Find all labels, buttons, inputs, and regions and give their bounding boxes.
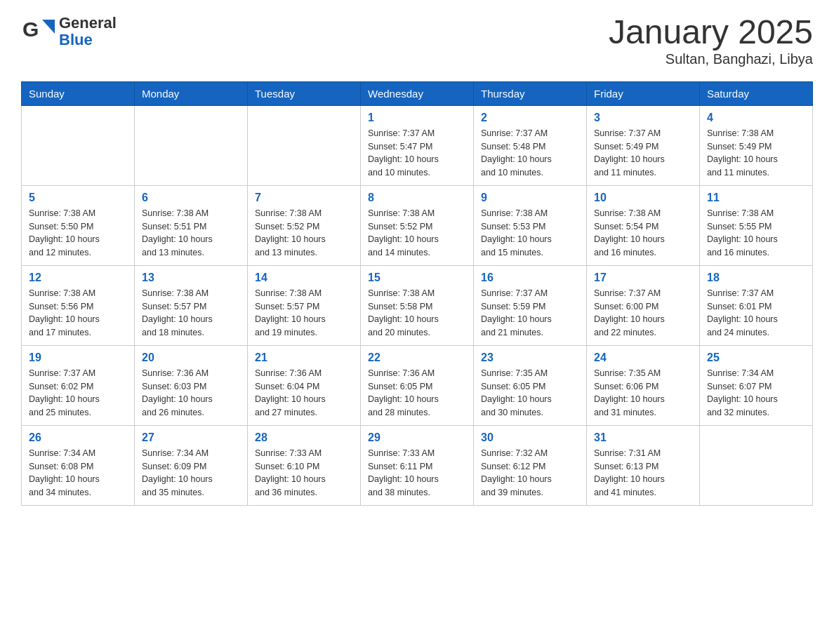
calendar-cell: 5Sunrise: 7:38 AM Sunset: 5:50 PM Daylig… — [22, 185, 135, 265]
calendar-cell: 31Sunrise: 7:31 AM Sunset: 6:13 PM Dayli… — [587, 425, 700, 505]
logo-icon: G — [21, 14, 56, 49]
column-header-monday: Monday — [135, 81, 248, 105]
day-info: Sunrise: 7:38 AM Sunset: 5:55 PM Dayligh… — [707, 207, 805, 260]
day-number: 8 — [368, 192, 466, 204]
calendar-cell: 28Sunrise: 7:33 AM Sunset: 6:10 PM Dayli… — [248, 425, 361, 505]
day-info: Sunrise: 7:33 AM Sunset: 6:11 PM Dayligh… — [368, 447, 466, 499]
svg-text:G: G — [22, 18, 39, 41]
calendar-cell: 20Sunrise: 7:36 AM Sunset: 6:03 PM Dayli… — [135, 345, 248, 425]
day-number: 20 — [142, 351, 240, 364]
page-header: G General Blue January 2025 Sultan, Bang… — [21, 14, 813, 67]
calendar-cell: 22Sunrise: 7:36 AM Sunset: 6:05 PM Dayli… — [361, 345, 474, 425]
calendar-cell: 8Sunrise: 7:38 AM Sunset: 5:52 PM Daylig… — [361, 185, 474, 265]
calendar-cell: 4Sunrise: 7:38 AM Sunset: 5:49 PM Daylig… — [700, 105, 813, 185]
day-number: 22 — [368, 351, 466, 364]
calendar-cell: 26Sunrise: 7:34 AM Sunset: 6:08 PM Dayli… — [22, 425, 135, 505]
calendar-cell: 25Sunrise: 7:34 AM Sunset: 6:07 PM Dayli… — [700, 345, 813, 425]
calendar-cell: 16Sunrise: 7:37 AM Sunset: 5:59 PM Dayli… — [474, 265, 587, 345]
day-number: 2 — [481, 112, 579, 124]
day-info: Sunrise: 7:34 AM Sunset: 6:07 PM Dayligh… — [707, 367, 805, 420]
day-number: 5 — [29, 192, 127, 204]
day-info: Sunrise: 7:34 AM Sunset: 6:08 PM Dayligh… — [29, 447, 127, 499]
day-info: Sunrise: 7:38 AM Sunset: 5:56 PM Dayligh… — [29, 287, 127, 340]
logo-blue: Blue — [59, 32, 117, 48]
calendar-header-row: SundayMondayTuesdayWednesdayThursdayFrid… — [22, 81, 813, 105]
day-number: 4 — [707, 112, 805, 124]
calendar-cell: 19Sunrise: 7:37 AM Sunset: 6:02 PM Dayli… — [22, 345, 135, 425]
day-number: 9 — [481, 192, 579, 204]
calendar-cell: 1Sunrise: 7:37 AM Sunset: 5:47 PM Daylig… — [361, 105, 474, 185]
calendar-cell — [22, 105, 135, 185]
calendar-cell — [135, 105, 248, 185]
day-info: Sunrise: 7:37 AM Sunset: 6:01 PM Dayligh… — [707, 287, 805, 340]
calendar-cell: 21Sunrise: 7:36 AM Sunset: 6:04 PM Dayli… — [248, 345, 361, 425]
day-number: 10 — [594, 192, 692, 204]
day-number: 26 — [29, 431, 127, 444]
column-header-sunday: Sunday — [22, 81, 135, 105]
day-info: Sunrise: 7:38 AM Sunset: 5:51 PM Dayligh… — [142, 207, 240, 260]
column-header-friday: Friday — [587, 81, 700, 105]
day-number: 18 — [707, 271, 805, 284]
day-number: 30 — [481, 431, 579, 444]
day-number: 7 — [255, 192, 353, 204]
day-info: Sunrise: 7:38 AM Sunset: 5:57 PM Dayligh… — [255, 287, 353, 340]
day-info: Sunrise: 7:36 AM Sunset: 6:05 PM Dayligh… — [368, 367, 466, 420]
column-header-saturday: Saturday — [700, 81, 813, 105]
day-info: Sunrise: 7:32 AM Sunset: 6:12 PM Dayligh… — [481, 447, 579, 499]
day-info: Sunrise: 7:38 AM Sunset: 5:52 PM Dayligh… — [255, 207, 353, 260]
week-row-3: 12Sunrise: 7:38 AM Sunset: 5:56 PM Dayli… — [22, 265, 813, 345]
day-number: 16 — [481, 271, 579, 284]
day-info: Sunrise: 7:37 AM Sunset: 6:02 PM Dayligh… — [29, 367, 127, 420]
calendar-cell: 29Sunrise: 7:33 AM Sunset: 6:11 PM Dayli… — [361, 425, 474, 505]
day-info: Sunrise: 7:35 AM Sunset: 6:06 PM Dayligh… — [594, 367, 692, 420]
day-number: 3 — [594, 112, 692, 124]
column-header-thursday: Thursday — [474, 81, 587, 105]
day-number: 11 — [707, 192, 805, 204]
calendar-cell — [700, 425, 813, 505]
svg-marker-1 — [42, 20, 55, 34]
calendar-cell: 12Sunrise: 7:38 AM Sunset: 5:56 PM Dayli… — [22, 265, 135, 345]
day-info: Sunrise: 7:36 AM Sunset: 6:03 PM Dayligh… — [142, 367, 240, 420]
day-info: Sunrise: 7:31 AM Sunset: 6:13 PM Dayligh… — [594, 447, 692, 499]
day-info: Sunrise: 7:37 AM Sunset: 5:59 PM Dayligh… — [481, 287, 579, 340]
calendar-subtitle: Sultan, Banghazi, Libya — [609, 51, 813, 67]
calendar-cell: 30Sunrise: 7:32 AM Sunset: 6:12 PM Dayli… — [474, 425, 587, 505]
day-number: 24 — [594, 351, 692, 364]
calendar-table: SundayMondayTuesdayWednesdayThursdayFrid… — [21, 81, 813, 506]
day-number: 14 — [255, 271, 353, 284]
calendar-cell: 17Sunrise: 7:37 AM Sunset: 6:00 PM Dayli… — [587, 265, 700, 345]
day-number: 28 — [255, 431, 353, 444]
day-number: 13 — [142, 271, 240, 284]
calendar-cell: 10Sunrise: 7:38 AM Sunset: 5:54 PM Dayli… — [587, 185, 700, 265]
week-row-1: 1Sunrise: 7:37 AM Sunset: 5:47 PM Daylig… — [22, 105, 813, 185]
logo: G General Blue — [21, 14, 117, 49]
calendar-cell: 2Sunrise: 7:37 AM Sunset: 5:48 PM Daylig… — [474, 105, 587, 185]
day-info: Sunrise: 7:35 AM Sunset: 6:05 PM Dayligh… — [481, 367, 579, 420]
day-number: 29 — [368, 431, 466, 444]
day-info: Sunrise: 7:37 AM Sunset: 5:49 PM Dayligh… — [594, 127, 692, 180]
calendar-cell: 7Sunrise: 7:38 AM Sunset: 5:52 PM Daylig… — [248, 185, 361, 265]
day-info: Sunrise: 7:36 AM Sunset: 6:04 PM Dayligh… — [255, 367, 353, 420]
day-info: Sunrise: 7:38 AM Sunset: 5:50 PM Dayligh… — [29, 207, 127, 260]
calendar-cell: 13Sunrise: 7:38 AM Sunset: 5:57 PM Dayli… — [135, 265, 248, 345]
calendar-cell: 6Sunrise: 7:38 AM Sunset: 5:51 PM Daylig… — [135, 185, 248, 265]
day-info: Sunrise: 7:38 AM Sunset: 5:57 PM Dayligh… — [142, 287, 240, 340]
day-info: Sunrise: 7:33 AM Sunset: 6:10 PM Dayligh… — [255, 447, 353, 499]
day-number: 31 — [594, 431, 692, 444]
column-header-tuesday: Tuesday — [248, 81, 361, 105]
day-number: 17 — [594, 271, 692, 284]
day-info: Sunrise: 7:38 AM Sunset: 5:52 PM Dayligh… — [368, 207, 466, 260]
calendar-cell: 24Sunrise: 7:35 AM Sunset: 6:06 PM Dayli… — [587, 345, 700, 425]
day-info: Sunrise: 7:38 AM Sunset: 5:53 PM Dayligh… — [481, 207, 579, 260]
title-block: January 2025 Sultan, Banghazi, Libya — [609, 14, 813, 67]
day-number: 15 — [368, 271, 466, 284]
day-info: Sunrise: 7:37 AM Sunset: 5:47 PM Dayligh… — [368, 127, 466, 180]
calendar-cell — [248, 105, 361, 185]
day-info: Sunrise: 7:38 AM Sunset: 5:58 PM Dayligh… — [368, 287, 466, 340]
calendar-title: January 2025 — [609, 14, 813, 51]
day-info: Sunrise: 7:37 AM Sunset: 6:00 PM Dayligh… — [594, 287, 692, 340]
day-info: Sunrise: 7:34 AM Sunset: 6:09 PM Dayligh… — [142, 447, 240, 499]
day-number: 1 — [368, 112, 466, 124]
calendar-cell: 3Sunrise: 7:37 AM Sunset: 5:49 PM Daylig… — [587, 105, 700, 185]
week-row-2: 5Sunrise: 7:38 AM Sunset: 5:50 PM Daylig… — [22, 185, 813, 265]
